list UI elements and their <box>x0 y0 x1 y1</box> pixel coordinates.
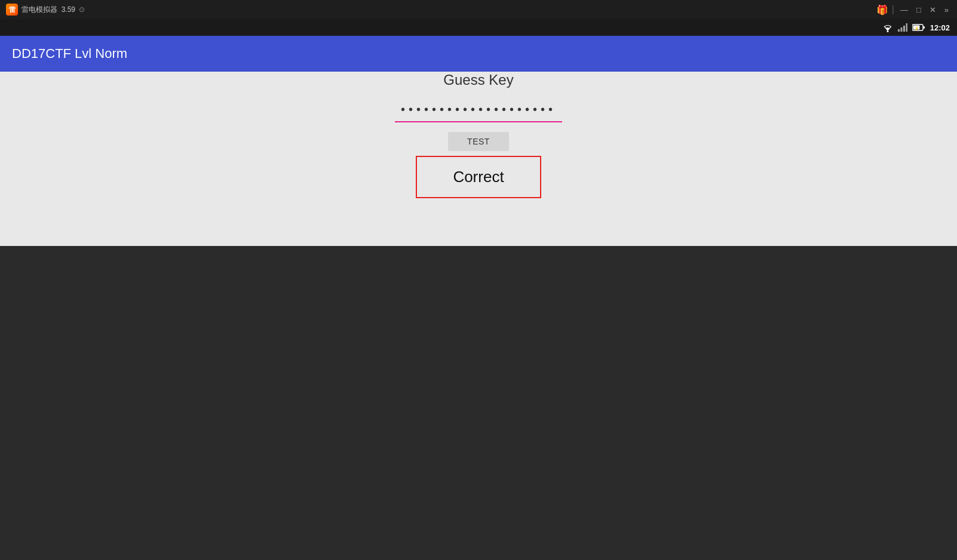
key-input-container <box>395 100 562 122</box>
result-box: Correct <box>416 156 541 198</box>
app-container: DD17CTF Lvl Norm Guess Key TEST Correct <box>0 36 957 246</box>
wifi-icon <box>882 24 893 32</box>
gift-icon[interactable]: 🎁 <box>876 4 888 16</box>
emu-left-section: 雷 雷电模拟器 3.59 ⊙ <box>6 4 85 16</box>
svg-rect-2 <box>900 27 902 32</box>
version-label: 3.59 <box>62 5 75 14</box>
app-title-bar: DD17CTF Lvl Norm <box>0 36 957 72</box>
key-input[interactable] <box>395 100 562 122</box>
maximize-button[interactable]: □ <box>914 4 924 16</box>
emu-title-text: 雷电模拟器 3.59 <box>22 5 75 15</box>
close-button[interactable]: ✕ <box>927 4 938 16</box>
svg-rect-4 <box>906 23 907 32</box>
status-time: 12:02 <box>930 23 950 32</box>
svg-rect-6 <box>923 26 925 29</box>
expand-button[interactable]: » <box>942 4 951 16</box>
emu-logo-icon: 雷 <box>6 4 18 16</box>
svg-text:⚡: ⚡ <box>914 26 919 31</box>
app-name-label: 雷电模拟器 <box>22 5 57 14</box>
separator: | <box>892 4 894 15</box>
emu-right-section: 🎁 | — □ ✕ » <box>876 4 951 16</box>
result-text: Correct <box>453 168 504 186</box>
svg-rect-1 <box>898 29 900 32</box>
app-content: Guess Key TEST Correct <box>0 72 957 246</box>
test-button[interactable]: TEST <box>448 132 509 151</box>
signal-icon <box>898 23 907 32</box>
battery-icon: ⚡ <box>912 23 925 32</box>
android-status-bar: ⚡ 12:02 <box>0 19 957 36</box>
guess-key-label: Guess Key <box>443 72 513 88</box>
chain-icon: ⊙ <box>79 5 85 14</box>
app-title: DD17CTF Lvl Norm <box>12 46 127 61</box>
minimize-button[interactable]: — <box>898 4 910 16</box>
emulator-title-bar: 雷 雷电模拟器 3.59 ⊙ 🎁 | — □ ✕ » <box>0 0 957 19</box>
svg-rect-3 <box>903 26 905 32</box>
svg-point-0 <box>887 30 888 32</box>
